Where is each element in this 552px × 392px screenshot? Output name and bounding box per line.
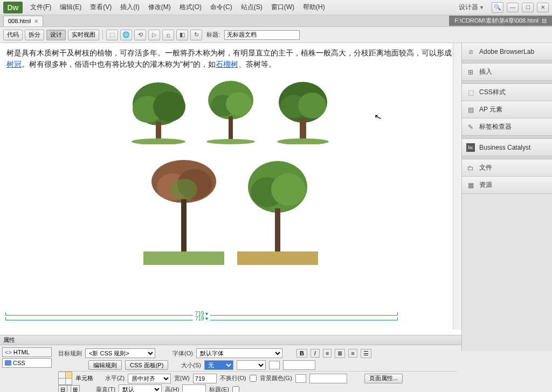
panel-tag-inspector[interactable]: ✎标签检查器 xyxy=(462,118,552,136)
tool-icon-5[interactable]: ⎌ xyxy=(162,30,174,40)
svg-point-4 xyxy=(132,138,185,144)
edit-rule-button[interactable]: 编辑规则 xyxy=(88,360,122,370)
height-label: 高(H) xyxy=(165,386,179,393)
panel-browserlab[interactable]: ⎚Adobe BrowserLab xyxy=(462,43,552,60)
split-cells-icon[interactable]: ⊞ xyxy=(71,385,80,393)
title-input[interactable] xyxy=(224,30,300,40)
nowrap-label: 不换行(O) xyxy=(220,374,246,382)
document-toolbar: 代码 拆分 设计 实时视图 ⬚ 🌐 ⟲ ▷ ⎌ ◧ ↻ 标题: xyxy=(0,27,552,43)
view-code-button[interactable]: 代码 xyxy=(3,30,23,40)
tree-image-5 xyxy=(237,157,318,265)
link-pomegranate[interactable]: 石榴树 xyxy=(216,60,238,68)
menu-insert[interactable]: 插入(I) xyxy=(117,2,142,13)
tool-icon-3[interactable]: ⟲ xyxy=(134,30,146,40)
svg-rect-13 xyxy=(300,118,306,139)
prop-tab-css[interactable]: CSS xyxy=(2,358,52,368)
globe-icon[interactable]: 🌐 xyxy=(120,30,132,40)
properties-header[interactable]: 属性 xyxy=(0,335,461,345)
panel-files[interactable]: 🗀文件 xyxy=(462,159,552,177)
menu-modify[interactable]: 修改(M) xyxy=(145,2,174,13)
horiz-select[interactable]: 居中对齐 xyxy=(128,374,171,383)
table-width-ruler: 719 ▾ 719 ▾ xyxy=(5,312,398,322)
right-panel-column: ⎚Adobe BrowserLab ⊞插入 ⬚CSS样式 ▤AP 元素 ✎标签检… xyxy=(461,43,552,351)
menu-edit[interactable]: 编辑(E) xyxy=(57,2,85,13)
prop-tab-html[interactable]: <>HTML xyxy=(2,347,52,357)
tab-label: 008.html xyxy=(8,18,31,24)
nowrap-checkbox[interactable] xyxy=(250,375,257,382)
text-color-input[interactable] xyxy=(283,360,315,370)
link-canopy[interactable]: 树冠 xyxy=(6,60,22,68)
document-area: 树是具有木质树干及树枝的植物，可存活多年。一般将乔木称为树，有明显直立的主干，植… xyxy=(0,43,461,351)
target-rule-label: 目标规则 xyxy=(58,349,82,358)
panel-css-styles[interactable]: ⬚CSS样式 xyxy=(462,84,552,101)
panel-business-catalyst[interactable]: bcBusiness Catalyst xyxy=(462,139,552,156)
size-unit-select[interactable] xyxy=(237,360,266,370)
tag-inspector-icon: ✎ xyxy=(466,123,475,131)
close-button[interactable]: ✕ xyxy=(537,3,549,12)
tree-image-4 xyxy=(143,157,224,265)
bold-button[interactable]: B xyxy=(296,349,307,358)
workspace-designer[interactable]: 设计器▼ xyxy=(454,2,488,13)
insert-icon: ⊞ xyxy=(466,68,475,76)
design-canvas[interactable]: 树是具有木质树干及树枝的植物，可存活多年。一般将乔木称为树，有明显直立的主干，植… xyxy=(0,43,461,340)
files-icon: 🗀 xyxy=(466,164,475,172)
app-logo: Dw xyxy=(3,2,23,13)
panel-insert[interactable]: ⊞插入 xyxy=(462,64,552,81)
properties-panel: 属性 <>HTML CSS 目标规则 <新 CSS 规则> 字体(O) 默认字体… xyxy=(0,335,461,392)
text-color-swatch[interactable] xyxy=(269,361,280,369)
tab-active[interactable]: 008.html ✕ xyxy=(3,16,43,26)
align-justify-icon[interactable]: ☰ xyxy=(361,349,371,358)
view-design-button[interactable]: 设计 xyxy=(46,30,66,40)
merge-cells-icon[interactable]: ⊟ xyxy=(58,385,67,393)
font-select[interactable]: 默认字体 xyxy=(196,348,282,358)
tool-icon-6[interactable]: ◧ xyxy=(176,30,188,40)
view-live-button[interactable]: 实时视图 xyxy=(68,30,99,40)
menu-help[interactable]: 帮助(H) xyxy=(300,2,328,13)
tool-icon-1[interactable]: ⬚ xyxy=(106,30,118,40)
panel-assets[interactable]: ▦资源 xyxy=(462,177,552,194)
tool-icon-4[interactable]: ▷ xyxy=(148,30,160,40)
search-icon[interactable]: 🔍 xyxy=(492,2,503,13)
menu-file[interactable]: 文件(F) xyxy=(27,2,54,13)
size-select[interactable]: 无 xyxy=(204,360,233,370)
align-right-icon[interactable]: ≡ xyxy=(348,349,357,358)
maximize-button[interactable]: ☐ xyxy=(522,3,534,12)
menu-site[interactable]: 站点(S) xyxy=(238,2,266,13)
page-properties-button[interactable]: 页面属性... xyxy=(364,374,403,383)
scrollbar-vertical[interactable] xyxy=(453,43,461,330)
menu-window[interactable]: 窗口(W) xyxy=(268,2,298,13)
align-left-icon[interactable]: ≡ xyxy=(323,349,332,358)
bg-color-swatch[interactable] xyxy=(295,374,306,383)
assets-icon: ▦ xyxy=(466,181,475,190)
svg-rect-19 xyxy=(181,199,187,253)
italic-button[interactable]: I xyxy=(310,349,320,358)
svg-point-23 xyxy=(271,173,306,206)
svg-point-18 xyxy=(170,179,197,200)
menu-format[interactable]: 格式(O) xyxy=(176,2,205,13)
width-label: 宽(W) xyxy=(174,374,190,382)
tab-close-icon[interactable]: ✕ xyxy=(34,18,38,24)
header-checkbox[interactable] xyxy=(232,386,239,393)
width-input[interactable] xyxy=(193,374,217,383)
vert-select[interactable]: 默认 xyxy=(119,384,162,392)
panel-ap-elements[interactable]: ▤AP 元素 xyxy=(462,101,552,118)
cell-label: 单元格 xyxy=(75,374,93,382)
bc-icon: bc xyxy=(466,143,475,152)
css-panel-button[interactable]: CSS 面板(P) xyxy=(125,360,168,370)
menu-commands[interactable]: 命令(C) xyxy=(207,2,236,13)
refresh-icon[interactable]: ↻ xyxy=(190,30,202,40)
bg-color-input[interactable] xyxy=(309,374,347,383)
document-tab-bar: 008.html ✕ F:\CDROM\素材\第4章\008.html⊟ xyxy=(0,15,552,27)
target-rule-select[interactable]: <新 CSS 规则> xyxy=(85,348,155,358)
minimize-button[interactable]: — xyxy=(507,3,519,12)
menu-view[interactable]: 查看(V) xyxy=(87,2,115,13)
tree-image-1 xyxy=(129,80,188,144)
view-split-button[interactable]: 拆分 xyxy=(25,30,44,40)
height-input[interactable] xyxy=(182,384,206,392)
size-label: 大小(S) xyxy=(181,361,201,369)
tree-image-3 xyxy=(273,80,333,144)
menu-bar: Dw 文件(F) 编辑(E) 查看(V) 插入(I) 修改(M) 格式(O) 命… xyxy=(0,0,552,15)
cell-icon[interactable] xyxy=(58,372,72,386)
svg-point-14 xyxy=(277,138,329,144)
align-center-icon[interactable]: ≣ xyxy=(335,349,345,358)
